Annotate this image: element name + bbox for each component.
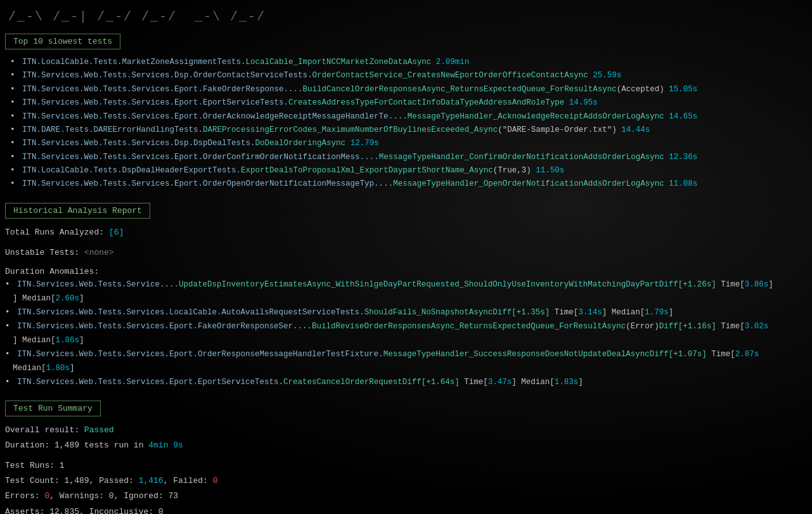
- test-10-name: MessageTypeHandler_OpenOrderNotification…: [393, 179, 664, 188]
- overall-result-row: Overall result: Passed: [5, 423, 807, 438]
- unstable-tests-value: <none>: [84, 248, 114, 257]
- test-8-name: MessageTypeHandler_ConfirmOrderNotificat…: [379, 153, 664, 162]
- test-9-time: 11.50s: [536, 166, 564, 175]
- test-2-namespace: ITN.Services.Web.Tests.Services.Dsp.Orde…: [22, 71, 313, 80]
- test-1-namespace: ITN.LocalCable.Tests.MarketZoneAssignmen…: [22, 58, 246, 67]
- duration-anomalies-label: Duration Anomalies:: [5, 267, 807, 276]
- historical-analysis-section: Historical Analysis Report Total Runs An…: [5, 203, 807, 389]
- top-slowest-title: Top 10 slowest tests: [13, 37, 112, 46]
- anomaly-item-1: • ITN.Services.Web.Tests.Service....Upda…: [5, 278, 807, 292]
- test-6-name: DAREProcessingErrorCodes_MaximumNumberOf…: [203, 125, 498, 134]
- test-item-5: • ITN.Services.Web.Tests.Services.Eport.…: [5, 110, 807, 124]
- test-5-time: 14.65s: [669, 112, 697, 121]
- failed-value: 0: [213, 476, 218, 485]
- test-3-name: BuildCancelOrderResponsesAsync_ReturnsEx…: [303, 85, 617, 94]
- test-5-name: MessageTypeHandler_AcknowledgeReceiptAdd…: [408, 112, 664, 121]
- test-1-time: 2.09min: [436, 58, 470, 67]
- test-9-name: ExportDealsToProposalXml_ExportDaypartSh…: [241, 166, 493, 175]
- anomaly-item-2: • ITN.Services.Web.Tests.Services.LocalC…: [5, 305, 807, 319]
- test-4-namespace: ITN.Services.Web.Tests.Services.Eport.Ep…: [22, 98, 288, 107]
- test-item-1: • ITN.LocalCable.Tests.MarketZoneAssignm…: [5, 56, 807, 69]
- overall-result-value: Passed: [84, 425, 114, 435]
- test-7-time: 12.79s: [351, 139, 379, 148]
- test-runs-label: Test Runs: 1: [5, 461, 65, 470]
- test-count-row: Test Count: 1,489, Passed: 1,416, Failed…: [5, 473, 807, 489]
- test-1-name: LocalCable_ImportNCCMarketZoneDataAsync: [246, 58, 432, 67]
- test-6-time: 14.44s: [621, 125, 650, 134]
- test-10-time: 11.08s: [669, 179, 697, 188]
- duration-row: Duration: 1,489 tests run in 4min 9s: [5, 438, 807, 453]
- total-runs-value: [6]: [109, 228, 124, 237]
- unstable-tests-label: Unstable Tests:: [5, 248, 79, 257]
- duration-label: Duration: 1,489 tests run in: [5, 440, 148, 450]
- test-9-namespace: ITN.LocalCable.Tests.DspDealHeaderExport…: [22, 166, 241, 175]
- test-count-label: Test Count: 1,489, Passed:: [5, 476, 139, 485]
- historical-analysis-header: Historical Analysis Report: [5, 203, 150, 219]
- anomaly-item-5: • ITN.Services.Web.Tests.Services.Eport.…: [5, 375, 807, 389]
- test-3-time: 15.05s: [669, 85, 697, 94]
- test-8-namespace: ITN.Services.Web.Tests.Services.Eport.Or…: [22, 153, 379, 162]
- test-6-namespace: ITN.DARE.Tests.DAREErrorHandlingTests.: [22, 125, 203, 134]
- unstable-tests-row: Unstable Tests: <none>: [5, 245, 807, 260]
- test-item-2: • ITN.Services.Web.Tests.Services.Dsp.Or…: [5, 69, 807, 82]
- test-10-namespace: ITN.Services.Web.Tests.Services.Eport.Or…: [22, 179, 393, 188]
- test-item-7: • ITN.Services.Web.Tests.Services.Dsp.Ds…: [5, 137, 807, 150]
- test-item-10: • ITN.Services.Web.Tests.Services.Eport.…: [5, 177, 807, 191]
- top-slowest-header: Top 10 slowest tests: [5, 34, 120, 49]
- asserts-row: Asserts: 12,835, Inconclusive: 0: [5, 504, 807, 515]
- test-2-name: OrderContactService_CreatesNewEportOrder…: [313, 71, 588, 80]
- test-runs-row: Test Runs: 1: [5, 458, 807, 473]
- test-4-time: 14.95s: [569, 98, 598, 107]
- total-runs-label: Total Runs Analyzed:: [5, 228, 104, 237]
- test-8-time: 12.36s: [669, 153, 697, 162]
- test-4-name: CreatesAddressTypeForContactInfoDataType…: [288, 98, 564, 107]
- top-slowest-section: Top 10 slowest tests • ITN.LocalCable.Te…: [5, 34, 807, 191]
- test-item-8: • ITN.Services.Web.Tests.Services.Eport.…: [5, 151, 807, 164]
- errors-row: Errors: 0, Warnings: 0, Ignored: 73: [5, 489, 807, 504]
- test-run-summary-section: Test Run Summary Overall result: Passed …: [5, 401, 807, 514]
- test-item-6: • ITN.DARE.Tests.DAREErrorHandlingTests.…: [5, 124, 807, 137]
- test-3-namespace: ITN.Services.Web.Tests.Services.Eport.Fa…: [22, 85, 303, 94]
- anomaly-item-1-continued: ] Median[2.60s]: [5, 292, 807, 305]
- test-2-time: 25.59s: [593, 71, 621, 80]
- test-run-summary-title: Test Run Summary: [13, 404, 93, 413]
- passed-value: 1,416: [139, 476, 164, 485]
- test-5-namespace: ITN.Services.Web.Tests.Services.Eport.Or…: [22, 112, 408, 121]
- anomaly-item-3: • ITN.Services.Web.Tests.Services.Eport.…: [5, 319, 807, 333]
- anomaly-item-4: • ITN.Services.Web.Tests.Services.Eport.…: [5, 347, 807, 361]
- overall-result-label: Overall result:: [5, 425, 84, 435]
- historical-analysis-title: Historical Analysis Report: [13, 206, 142, 215]
- test-run-summary-header: Test Run Summary: [5, 401, 101, 416]
- total-runs-row: Total Runs Analyzed: [6]: [5, 225, 807, 240]
- test-item-4: • ITN.Services.Web.Tests.Services.Eport.…: [5, 96, 807, 110]
- test-7-namespace: ITN.Services.Web.Tests.Services.Dsp.DspD…: [22, 139, 255, 148]
- passed-ascii-art: /_-\ /_-| /_-/ /_-/ _-\ /_-/: [5, 5, 807, 34]
- test-item-9: • ITN.LocalCable.Tests.DspDealHeaderExpo…: [5, 164, 807, 177]
- test-7-name: DoDealOrderingAsync: [255, 139, 346, 148]
- duration-time: 4min 9s: [148, 440, 183, 450]
- anomaly-item-4-continued: Median[1.80s]: [5, 361, 807, 375]
- test-item-3: • ITN.Services.Web.Tests.Services.Eport.…: [5, 83, 807, 96]
- anomaly-item-3-continued: ] Median[1.86s]: [5, 333, 807, 347]
